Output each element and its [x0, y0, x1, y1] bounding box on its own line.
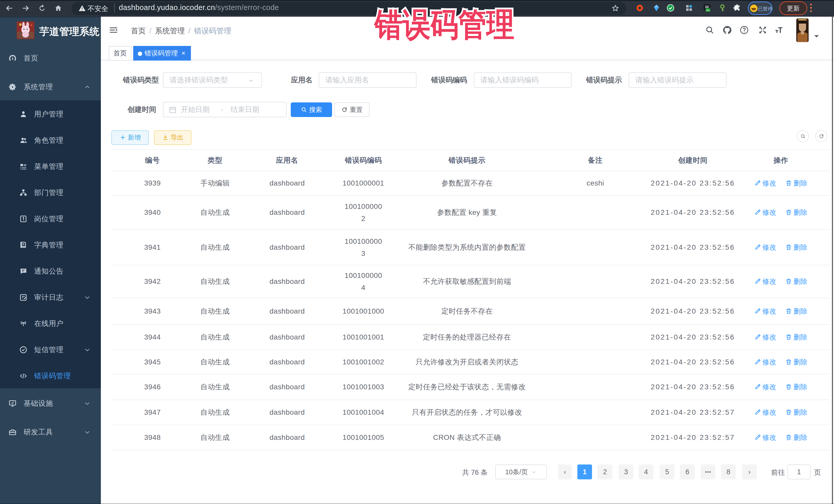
svg-text:on: on [706, 9, 709, 12]
